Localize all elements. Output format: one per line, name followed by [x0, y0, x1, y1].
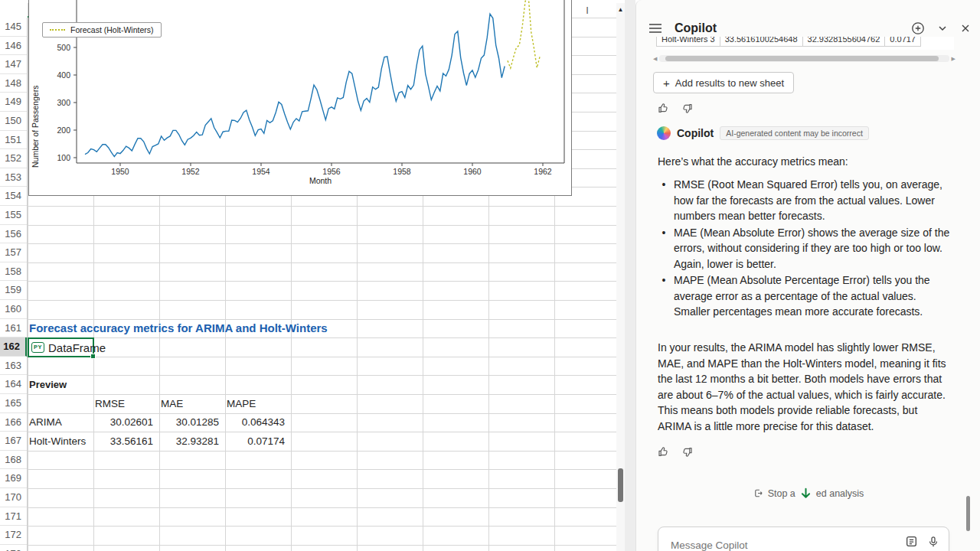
cell-d167[interactable]: 0.07174 [226, 432, 288, 451]
svg-text:500: 500 [57, 43, 70, 52]
cell-a164[interactable]: Preview [29, 375, 67, 394]
svg-text:1958: 1958 [393, 167, 411, 176]
row-header-151[interactable]: 151 [0, 131, 27, 150]
cell-a167[interactable]: Holt-Winters [29, 432, 93, 451]
results-horizontal-scrollbar[interactable]: ◀ ▶ [653, 54, 956, 63]
row-header-149[interactable]: 149 [0, 93, 27, 112]
cell-c165[interactable]: MAE [161, 394, 183, 413]
thumbs-up-icon[interactable] [657, 102, 670, 115]
row-header-170[interactable]: 170 [0, 488, 27, 507]
bullet-text: MAE (Mean Absolute Error) shows the aver… [674, 225, 952, 272]
jump-to-bottom-icon[interactable] [799, 487, 812, 500]
row-header-169[interactable]: 169 [0, 469, 27, 488]
legend-label: Forecast (Holt-Winters) [70, 25, 154, 34]
scroll-left-arrow-icon[interactable]: ◀ [653, 56, 657, 61]
thumbs-down-icon[interactable] [681, 445, 694, 458]
svg-text:1962: 1962 [534, 167, 552, 176]
row-header-147[interactable]: 147 [0, 55, 27, 74]
selection-fill-handle[interactable] [90, 354, 96, 359]
row-header-154[interactable]: 154 [0, 187, 27, 206]
close-icon[interactable] [960, 23, 971, 34]
row-header-148[interactable]: 148 [0, 74, 27, 93]
row-header-173[interactable]: 173 [0, 545, 27, 551]
cell-d166[interactable]: 0.064343 [226, 412, 288, 432]
row-header-160[interactable]: 160 [0, 300, 27, 319]
row-header-159[interactable]: 159 [0, 281, 27, 300]
bullet-dot: • [661, 225, 667, 272]
cell-c167[interactable]: 32.93281 [160, 432, 222, 451]
copilot-message-input[interactable] [669, 535, 893, 551]
sheet-scrollbar-thumb[interactable] [618, 468, 623, 502]
panel-scrollbar-thumb[interactable] [966, 496, 970, 531]
svg-text:1954: 1954 [252, 167, 270, 176]
row-header-167[interactable]: 167 [0, 432, 27, 451]
cell-b166[interactable]: 30.02601 [94, 412, 156, 432]
bullet-text: RMSE (Root Mean Squared Error) tells you… [674, 177, 952, 224]
chevron-down-icon[interactable] [937, 23, 948, 34]
chart-y-axis-label: Number of Passengers [31, 33, 40, 168]
svg-text:1956: 1956 [322, 167, 341, 176]
legend-line-sample [50, 29, 65, 31]
bullet-item: • MAPE (Mean Absolute Percentage Error) … [661, 272, 952, 320]
copilot-panel: Copilot Holt-Winters 3 33.5616100254648 … [635, 0, 980, 551]
microphone-icon[interactable] [927, 536, 939, 548]
cell-a161-heading[interactable]: Forecast accuracy metrics for ARIMA and … [29, 318, 328, 337]
chart-legend: Forecast (Holt-Winters) [42, 22, 162, 37]
add-results-button[interactable]: + Add results to new sheet [653, 72, 794, 93]
prompt-guide-icon[interactable] [905, 535, 918, 548]
bullet-dot: • [661, 272, 667, 320]
row-header-168[interactable]: 168 [0, 451, 27, 470]
svg-text:300: 300 [57, 98, 70, 107]
bullet-item: • RMSE (Root Mean Squared Error) tells y… [661, 177, 952, 224]
row-header-162[interactable]: 162 [0, 337, 27, 357]
row-header-145[interactable]: 145 [0, 18, 27, 37]
scroll-up-arrow-icon[interactable]: ▲ [616, 6, 625, 13]
row-header-157[interactable]: 157 [0, 243, 27, 262]
results-table-cell: 32.9328155604762 [803, 37, 886, 47]
row-headers: 1451461471481491501511521531541551561571… [0, 18, 28, 551]
selected-cell-a162[interactable]: PY DataFrame [28, 337, 94, 357]
copilot-title: Copilot [675, 21, 717, 35]
stop-analysis-button[interactable]: Stop a ed analysis [636, 487, 980, 500]
row-header-156[interactable]: 156 [0, 225, 27, 244]
row-header-152[interactable]: 152 [0, 149, 27, 168]
feedback-row [657, 102, 694, 115]
chart-x-axis-label: Month [77, 176, 564, 185]
hamburger-menu-icon[interactable] [648, 23, 662, 34]
row-header-146[interactable]: 146 [0, 37, 27, 56]
copilot-input-box[interactable] [658, 527, 949, 551]
svg-text:100: 100 [57, 153, 70, 162]
scroll-right-arrow-icon[interactable]: ▶ [952, 56, 956, 61]
cell-b167[interactable]: 33.56161 [94, 432, 156, 451]
row-header-155[interactable]: 155 [0, 206, 27, 225]
python-cell-icon: PY [31, 342, 44, 353]
embedded-chart[interactable]: 1002003004005001950195219541956195819601… [28, 0, 572, 196]
stop-label-prefix: Stop a [768, 488, 795, 499]
thumbs-down-icon[interactable] [681, 102, 694, 115]
stop-label-suffix: ed analysis [816, 488, 864, 499]
svg-text:200: 200 [57, 126, 70, 135]
row-header-153[interactable]: 153 [0, 168, 27, 187]
cell-d165[interactable]: MAPE [227, 394, 256, 413]
cell-b165[interactable]: RMSE [95, 394, 125, 413]
row-header-166[interactable]: 166 [0, 413, 27, 432]
cell-c166[interactable]: 30.01285 [160, 412, 222, 432]
row-header-158[interactable]: 158 [0, 262, 27, 282]
cell-a162-value: DataFrame [48, 341, 106, 354]
row-header-165[interactable]: 165 [0, 394, 27, 413]
row-header-161[interactable]: 161 [0, 319, 27, 338]
thumbs-up-icon[interactable] [657, 445, 670, 458]
new-chat-icon[interactable] [911, 21, 925, 35]
row-header-171[interactable]: 171 [0, 507, 27, 527]
row-header-172[interactable]: 172 [0, 526, 27, 545]
sheet-vertical-scrollbar[interactable]: ▲ [616, 3, 625, 551]
row-header-163[interactable]: 163 [0, 357, 27, 376]
message-bullets: • RMSE (Root Mean Squared Error) tells y… [661, 177, 952, 321]
hscroll-thumb[interactable] [665, 56, 938, 61]
results-table-fragment[interactable]: Holt-Winters 3 33.5616100254648 32.93281… [656, 37, 954, 50]
bullet-text: MAPE (Mean Absolute Percentage Error) te… [674, 272, 952, 320]
hscroll-track[interactable] [659, 55, 949, 62]
row-header-150[interactable]: 150 [0, 112, 27, 131]
row-header-164[interactable]: 164 [0, 375, 27, 394]
cell-a166[interactable]: ARIMA [29, 412, 62, 432]
